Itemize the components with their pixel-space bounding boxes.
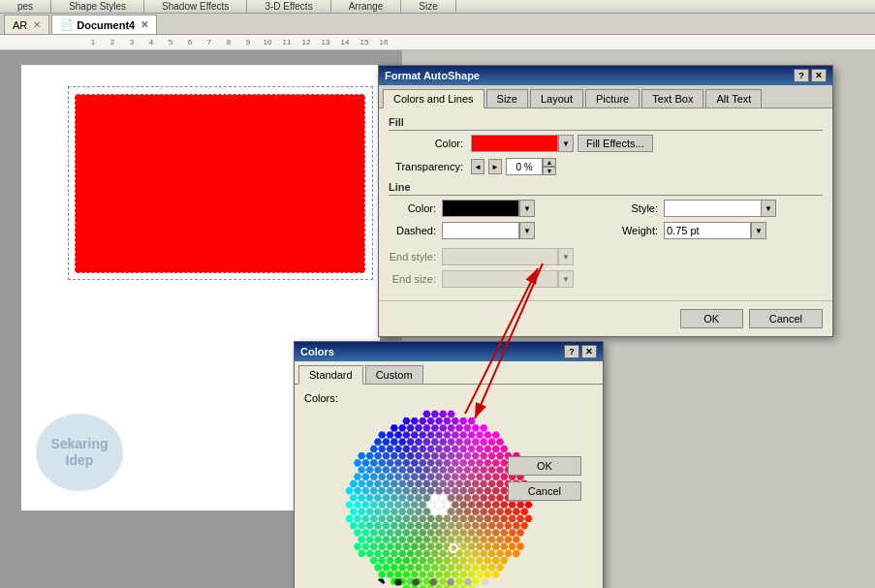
- transparency-row: Transparency: ◄ ► ▲ ▼: [389, 158, 823, 175]
- line-weight-row: Weight: ▼: [610, 222, 823, 239]
- line-weight-arrow[interactable]: ▼: [751, 222, 766, 239]
- tab-alt-text[interactable]: Alt Text: [705, 89, 762, 108]
- tab-document4-close[interactable]: ✕: [141, 19, 148, 30]
- tab-layout[interactable]: Layout: [530, 89, 583, 108]
- colors-tab-custom[interactable]: Custom: [365, 365, 423, 384]
- transparency-spin-up[interactable]: ▲: [543, 158, 556, 167]
- tab-bar: AR ✕ 📄 Document4 ✕: [0, 14, 875, 35]
- format-dialog-title: Format AutoShape: [385, 70, 480, 81]
- line-color-dropdown[interactable]: ▼: [442, 200, 535, 217]
- ruler-mark: 10: [258, 38, 277, 46]
- format-dialog-tabs: Colors and Lines Size Layout Picture Tex…: [379, 85, 832, 108]
- ruler-mark: 9: [238, 38, 258, 46]
- ruler-mark: 14: [335, 38, 355, 46]
- colors-titlebar-buttons: ? ✕: [564, 345, 597, 358]
- transparency-right-arrow[interactable]: ►: [488, 159, 502, 174]
- end-size-row: End size: ▼: [389, 270, 823, 288]
- toolbar-item-pes[interactable]: pes: [0, 0, 51, 13]
- fill-section-label: Fill: [389, 116, 823, 131]
- ruler-mark: 11: [277, 38, 297, 46]
- transparency-spin-down[interactable]: ▼: [543, 167, 556, 175]
- format-cancel-button[interactable]: Cancel: [749, 309, 823, 328]
- ruler-mark: 12: [297, 38, 316, 46]
- colors-main-area: OK Cancel: [304, 408, 593, 588]
- fill-effects-button[interactable]: Fill Effects...: [578, 135, 653, 152]
- ruler-mark: 16: [374, 38, 393, 46]
- ruler-mark: 1: [83, 38, 103, 46]
- line-dashed-arrow[interactable]: ▼: [519, 222, 535, 239]
- end-style-arrow: ▼: [558, 248, 574, 265]
- toolbar-item-arrange[interactable]: Arrange: [331, 0, 402, 13]
- line-style-dropdown[interactable]: ▼: [664, 200, 776, 217]
- tab-document4[interactable]: 📄 Document4 ✕: [51, 15, 157, 34]
- colors-ok-button[interactable]: OK: [508, 456, 581, 476]
- line-section: Color: ▼ Dashed: ▼: [389, 200, 823, 244]
- ruler-mark: 8: [219, 38, 238, 46]
- colors-tab-standard[interactable]: Standard: [298, 365, 363, 385]
- main-area: Sekaring Idep Format AutoShape ? ✕ Color…: [0, 50, 875, 588]
- line-style-arrow[interactable]: ▼: [761, 200, 776, 217]
- line-color-label: Color:: [389, 202, 442, 214]
- colors-dialog-titlebar: Colors ? ✕: [295, 342, 603, 361]
- end-style-dropdown: ▼: [442, 248, 574, 265]
- line-weight-label: Weight:: [610, 225, 664, 236]
- line-style-input[interactable]: [664, 200, 761, 217]
- format-autoshape-dialog: Format AutoShape ? ✕ Colors and Lines Si…: [378, 65, 833, 337]
- tab-ar-label: AR: [13, 19, 27, 31]
- close-button[interactable]: ✕: [811, 69, 827, 82]
- ruler-mark: 6: [180, 38, 200, 46]
- tab-ar-close[interactable]: ✕: [33, 19, 41, 30]
- fill-color-dropdown[interactable]: ▼: [471, 135, 574, 152]
- ruler-mark: 7: [200, 38, 219, 46]
- end-size-label: End size:: [389, 273, 442, 285]
- colors-help-button[interactable]: ?: [564, 345, 579, 358]
- fill-color-swatch[interactable]: [471, 135, 558, 152]
- colors-dialog: Colors ? ✕ Standard Custom Colors: OK: [294, 341, 604, 588]
- toolbar-item-size[interactable]: Size: [401, 0, 455, 13]
- toolbar-item-shadow[interactable]: Shadow Effects: [144, 0, 247, 13]
- line-dashed-dropdown[interactable]: ▼: [442, 222, 535, 239]
- transparency-left-arrow[interactable]: ◄: [471, 159, 484, 174]
- line-color-swatch[interactable]: [442, 200, 519, 217]
- ruler-marks: 1 2 3 4 5 6 7 8 9 10 11 12 13 14 15 16: [83, 38, 393, 46]
- ruler: 1 2 3 4 5 6 7 8 9 10 11 12 13 14 15 16: [0, 35, 875, 50]
- format-ok-button[interactable]: OK: [680, 309, 743, 328]
- ruler-mark: 5: [161, 38, 180, 46]
- line-dashed-input[interactable]: [442, 222, 519, 239]
- ruler-mark: 3: [122, 38, 141, 46]
- tab-document4-icon: 📄: [60, 18, 74, 31]
- watermark: Sekaring Idep: [36, 414, 123, 491]
- colors-label: Colors:: [304, 392, 593, 404]
- help-button[interactable]: ?: [794, 69, 809, 82]
- dialog-content: Fill Color: ▼ Fill Effects... Transparen…: [379, 108, 832, 300]
- line-color-row: Color: ▼: [389, 200, 601, 217]
- line-weight-input[interactable]: [664, 222, 751, 239]
- ruler-mark: 13: [316, 38, 335, 46]
- colors-close-button[interactable]: ✕: [581, 345, 597, 358]
- fill-color-arrow[interactable]: ▼: [558, 135, 574, 152]
- colors-cancel-button[interactable]: Cancel: [508, 481, 581, 501]
- format-dialog-buttons: OK Cancel: [379, 300, 832, 336]
- tab-picture[interactable]: Picture: [585, 89, 640, 108]
- tab-text-box[interactable]: Text Box: [641, 89, 703, 108]
- tab-ar[interactable]: AR ✕: [4, 15, 49, 34]
- toolbar-item-shape-styles[interactable]: Shape Styles: [51, 0, 144, 13]
- fill-color-label: Color:: [389, 138, 471, 149]
- line-weight-dropdown[interactable]: ▼: [664, 222, 766, 239]
- end-size-dropdown: ▼: [442, 270, 574, 288]
- toolbar-item-3d[interactable]: 3-D Effects: [247, 0, 330, 13]
- ruler-mark: 2: [103, 38, 122, 46]
- line-dashed-label: Dashed:: [389, 225, 442, 236]
- transparency-spin: ▲ ▼: [543, 158, 556, 175]
- transparency-input[interactable]: [506, 158, 543, 175]
- format-dialog-titlebar: Format AutoShape ? ✕: [379, 66, 832, 85]
- colors-content: Colors: OK Cancel New: [295, 385, 603, 588]
- red-shape[interactable]: [75, 94, 365, 273]
- line-dashed-row: Dashed: ▼: [389, 222, 601, 239]
- ruler-mark: 15: [355, 38, 374, 46]
- tab-size[interactable]: Size: [486, 89, 528, 108]
- titlebar-buttons: ? ✕: [794, 69, 827, 82]
- colors-buttons: OK Cancel: [508, 456, 581, 501]
- tab-colors-lines[interactable]: Colors and Lines: [383, 89, 484, 108]
- line-color-arrow[interactable]: ▼: [519, 200, 535, 217]
